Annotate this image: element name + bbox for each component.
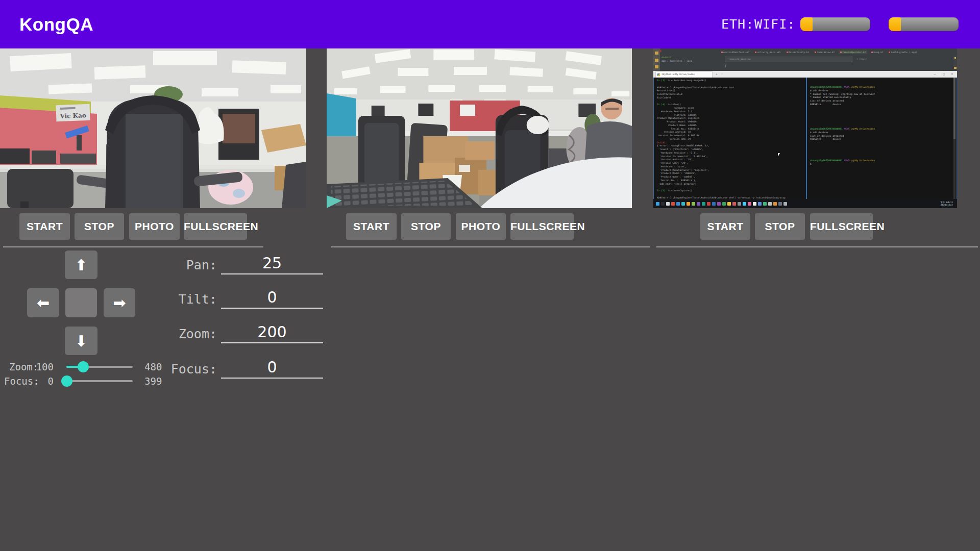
camera-2-stop-button[interactable]: STOP (401, 213, 451, 240)
mouse-cursor (778, 153, 780, 157)
maximize-icon: □ (943, 72, 945, 76)
camera-1-feed: Vic Kao (0, 48, 306, 208)
prompt-in5: In [5]: (657, 189, 667, 193)
arrow-up-icon: ⬆ (75, 256, 87, 274)
taskbar: 下午 04:11 2020/12/2 (653, 199, 957, 208)
camera-3-desktop-image: AndroidManifest.xml activity_main.xml Ma… (653, 48, 957, 208)
pan-left-button[interactable]: ⬅ (27, 288, 59, 317)
camera-2-start-button[interactable]: START (346, 213, 397, 240)
camera-3-feed: AndroidManifest.xml activity_main.xml Ma… (653, 48, 957, 208)
pan-right-button[interactable]: ➡ (104, 288, 135, 317)
camera-1-stop-button[interactable]: STOP (75, 213, 124, 240)
arrow-down-icon: ⬇ (75, 332, 87, 350)
ide-tab: Kong.kt (870, 51, 885, 54)
arrow-right-icon: ➡ (113, 294, 126, 312)
console-left-pane: In [3]: k = RobotRun.kong.KongADB() ADBC… (657, 79, 786, 203)
app-title: KongQA (19, 0, 93, 48)
ide-project-tree: Android app ▸ manifests ▾ java (662, 56, 718, 63)
ide-tab: build.gradle (:app) (887, 51, 918, 54)
console-tab: IPython G:My Drive/codes (655, 71, 713, 78)
new-tab-icon: + (716, 72, 718, 76)
eth-indicator-thumb[interactable] (800, 17, 813, 31)
section-2-divider (331, 246, 650, 247)
camera-3-section: AndroidManifest.xml activity_main.xml Ma… (653, 48, 980, 551)
focus-slider-max: 399 (144, 375, 162, 387)
tilt-field-label: Tilt: (156, 292, 217, 307)
ide-tab-bar: AndroidManifest.xml activity_main.xml Ma… (720, 49, 952, 56)
pan-up-button[interactable]: ⬆ (65, 251, 97, 279)
background-window-strip (653, 48, 660, 71)
ide-gutter (953, 56, 957, 71)
console-right-group: ahuang11@662209346NB001 MSYS /g/My Drive… (810, 159, 875, 166)
camera-1-photo-button[interactable]: PHOTO (129, 213, 180, 240)
camera-1-image: Vic Kao (0, 48, 306, 208)
camera-2-section: START STOP PHOTO FULLSCREEN (327, 48, 653, 551)
console-right-group: ahuang11@662209346NB001 MSYS /g/My Drive… (810, 128, 875, 141)
ide-tab-active: CameraOperator.kt (839, 51, 867, 54)
ide-tab: AndroidManifest.xml (720, 51, 751, 54)
wifi-indicator-slider[interactable] (889, 17, 959, 31)
focus-field[interactable] (221, 356, 323, 379)
eth-label: ETH: (721, 17, 754, 32)
prompt-in3: In [3]: (657, 79, 667, 83)
section-1-divider (3, 246, 263, 247)
ide-tab: MainActivity.kt (785, 51, 811, 54)
camera-3-fullscreen-button[interactable]: FULLSCREEN (810, 213, 873, 240)
minimize-icon: — (934, 72, 936, 76)
camera-3-start-button[interactable]: START (700, 213, 750, 240)
camera-1-section: Vic Kao (0, 48, 327, 551)
focus-slider-row: Focus: 0 399 (0, 374, 168, 388)
pan-center-button[interactable] (65, 288, 97, 317)
console-right-group: ahuang11@662209346NB001 MSYS /g/My Drive… (810, 86, 875, 107)
pan-down-button[interactable]: ⬇ (65, 327, 97, 355)
focus-field-label: Focus: (156, 362, 217, 377)
wifi-label: WIFI: (754, 17, 795, 32)
camera-1-start-button[interactable]: START (19, 213, 70, 240)
prompt-out4: Out[4]: (657, 141, 667, 145)
console-title-bar: IPython G:My Drive/codes + ˅ — □ × (653, 71, 957, 78)
focus-slider-thumb[interactable] (61, 375, 72, 387)
camera-2-fullscreen-button[interactable]: FULLSCREEN (510, 213, 574, 240)
search-icon (661, 202, 665, 206)
camera-1-fullscreen-button[interactable]: FULLSCREEN (184, 213, 247, 240)
console-body: In [3]: k = RobotRun.kong.KongADB() ADBC… (653, 78, 957, 199)
camera-2-image (327, 48, 632, 208)
camera-3-stop-button[interactable]: STOP (755, 213, 805, 240)
ide-window: AndroidManifest.xml activity_main.xml Ma… (653, 48, 957, 71)
zoom-field[interactable] (221, 321, 323, 343)
zoom-slider-min: 100 (20, 361, 54, 372)
zoom-slider-row: Zoom: 100 480 (0, 360, 168, 374)
close-icon: × (951, 72, 953, 76)
python-icon (657, 73, 660, 76)
eth-indicator-slider[interactable] (800, 17, 870, 31)
camera-2-photo-button[interactable]: PHOTO (456, 213, 506, 240)
ide-tab: CameraView.kt (813, 51, 836, 54)
app-header: KongQA ETH: WIFI: (0, 0, 980, 48)
ide-code-line: } (725, 64, 726, 67)
section-3-divider (656, 246, 978, 247)
arrow-left-icon: ⬅ (37, 294, 50, 312)
wifi-indicator-thumb[interactable] (889, 17, 901, 31)
focus-slider-track[interactable] (66, 380, 133, 382)
focus-slider-min: 0 (20, 375, 54, 387)
ide-search-field: TEMPLATE,PREVIEW (725, 57, 852, 62)
taskbar-clock: 下午 04:11 2020/12/2 (940, 201, 957, 207)
chevron-down-icon: ˅ (721, 72, 723, 75)
zoom-slider-track[interactable] (66, 366, 133, 368)
console-split-divider (806, 78, 807, 199)
camera-2-feed (327, 48, 632, 208)
ide-tab: activity_main.xml (753, 51, 782, 54)
zoom-slider-thumb[interactable] (78, 361, 89, 372)
windows-start-icon (656, 202, 659, 206)
prompt-in4: In [4]: (657, 103, 667, 107)
ide-search-hits: 1 result (856, 58, 867, 60)
tilt-field[interactable] (221, 286, 323, 309)
pan-field[interactable] (221, 252, 323, 274)
console-scrollbar (953, 78, 955, 199)
pan-field-label: Pan: (156, 258, 217, 272)
zoom-field-label: Zoom: (156, 327, 217, 341)
